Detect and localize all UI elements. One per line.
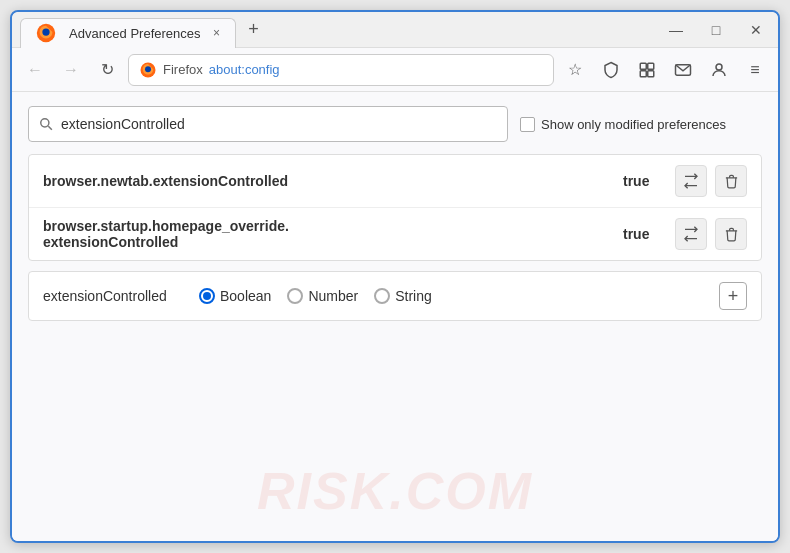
delete-icon: [724, 174, 739, 189]
forward-button[interactable]: →: [56, 55, 86, 85]
svg-rect-4: [640, 63, 646, 69]
number-radio-item[interactable]: Number: [287, 288, 358, 304]
svg-rect-7: [648, 70, 654, 76]
delete-button-2[interactable]: [715, 218, 747, 250]
table-row: browser.startup.homepage_override. exten…: [29, 208, 761, 260]
shield-icon[interactable]: [596, 55, 626, 85]
delete-button-1[interactable]: [715, 165, 747, 197]
add-preference-row: extensionControlled Boolean Number Strin…: [28, 271, 762, 321]
title-bar: Advanced Preferences × + — □ ✕: [12, 12, 778, 48]
tab-title: Advanced Preferences: [69, 26, 201, 41]
svg-rect-6: [640, 70, 646, 76]
row-actions-1: [675, 165, 747, 197]
maximize-button[interactable]: □: [702, 19, 730, 41]
pref-name-1: browser.newtab.extensionControlled: [43, 173, 611, 189]
svg-point-9: [716, 64, 722, 70]
account-icon[interactable]: [704, 55, 734, 85]
window-controls: — □ ✕: [662, 19, 770, 41]
svg-rect-5: [648, 63, 654, 69]
toggle-button-1[interactable]: [675, 165, 707, 197]
toolbar-icons: ☆: [560, 55, 770, 85]
minimize-button[interactable]: —: [662, 19, 690, 41]
results-table: browser.newtab.extensionControlled true: [28, 154, 762, 261]
type-radio-group: Boolean Number String: [199, 288, 432, 304]
search-box[interactable]: [28, 106, 508, 142]
toolbar: ← → ↻ Firefox about:config ☆: [12, 48, 778, 92]
pref-value-1: true: [623, 173, 663, 189]
table-row: browser.newtab.extensionControlled true: [29, 155, 761, 208]
toggle-button-2[interactable]: [675, 218, 707, 250]
pref-name-2: browser.startup.homepage_override. exten…: [43, 218, 611, 250]
bookmark-icon[interactable]: ☆: [560, 55, 590, 85]
new-tab-button[interactable]: +: [240, 16, 268, 44]
mail-icon[interactable]: [668, 55, 698, 85]
string-radio-item[interactable]: String: [374, 288, 432, 304]
boolean-label: Boolean: [220, 288, 271, 304]
watermark: RISK.COM: [257, 461, 533, 521]
new-pref-name: extensionControlled: [43, 288, 183, 304]
modified-preferences-checkbox-label[interactable]: Show only modified preferences: [520, 117, 726, 132]
search-input[interactable]: [61, 116, 497, 132]
svg-line-11: [48, 126, 52, 129]
search-row: Show only modified preferences: [28, 106, 762, 142]
back-button[interactable]: ←: [20, 55, 50, 85]
transfer-icon-2: [683, 226, 699, 242]
modified-preferences-checkbox[interactable]: [520, 117, 535, 132]
checkbox-label-text: Show only modified preferences: [541, 117, 726, 132]
address-url: about:config: [209, 62, 280, 77]
delete-icon-2: [724, 227, 739, 242]
svg-point-10: [41, 119, 49, 127]
string-radio[interactable]: [374, 288, 390, 304]
boolean-radio[interactable]: [199, 288, 215, 304]
pref-value-2: true: [623, 226, 663, 242]
firefox-tab-icon: [35, 22, 57, 44]
extension-icon[interactable]: [632, 55, 662, 85]
number-radio[interactable]: [287, 288, 303, 304]
boolean-radio-item[interactable]: Boolean: [199, 288, 271, 304]
row-actions-2: [675, 218, 747, 250]
reload-button[interactable]: ↻: [92, 55, 122, 85]
search-icon: [39, 117, 53, 131]
close-button[interactable]: ✕: [742, 19, 770, 41]
number-label: Number: [308, 288, 358, 304]
menu-icon[interactable]: ≡: [740, 55, 770, 85]
svg-point-3: [145, 66, 151, 72]
browser-name-label: Firefox: [163, 62, 203, 77]
active-tab[interactable]: Advanced Preferences ×: [20, 18, 236, 48]
add-preference-button[interactable]: +: [719, 282, 747, 310]
browser-window: Advanced Preferences × + — □ ✕ ← → ↻ Fir…: [10, 10, 780, 543]
address-bar[interactable]: Firefox about:config: [128, 54, 554, 86]
string-label: String: [395, 288, 432, 304]
page-content: RISK.COM Show only modified preferences …: [12, 92, 778, 541]
firefox-address-icon: [139, 61, 157, 79]
transfer-icon: [683, 173, 699, 189]
svg-point-1: [42, 28, 49, 35]
tab-close-button[interactable]: ×: [209, 25, 225, 41]
